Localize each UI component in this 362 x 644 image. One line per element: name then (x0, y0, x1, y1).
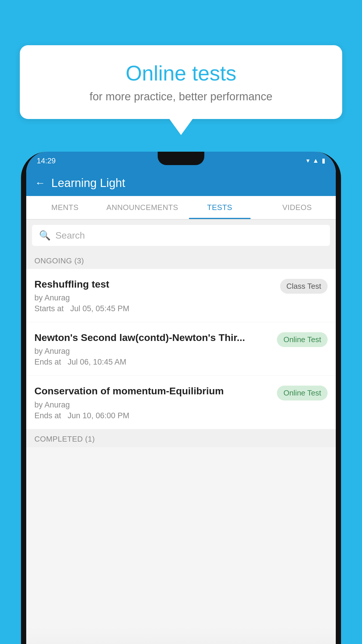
battery-icon: ▮ (322, 157, 325, 164)
completed-section-header: COMPLETED (1) (26, 429, 336, 447)
status-icons: ▾ ▲ ▮ (306, 157, 325, 164)
search-placeholder: Search (55, 230, 85, 241)
tab-ments[interactable]: MENTS (26, 196, 104, 219)
test-list: Reshuffling test by Anurag Starts at Jul… (26, 269, 336, 429)
test-info-2: Newton's Second law(contd)-Newton's Thir… (34, 331, 272, 367)
speech-bubble: Online tests for more practice, better p… (20, 45, 342, 119)
phone-notch (158, 152, 204, 165)
tab-tests[interactable]: TESTS (181, 196, 259, 219)
test-item-2[interactable]: Newton's Second law(contd)-Newton's Thir… (26, 322, 336, 376)
test-name-3: Conservation of momentum-Equilibrium (34, 384, 272, 397)
test-info-1: Reshuffling test by Anurag Starts at Jul… (34, 278, 275, 313)
bottom-fade (26, 626, 336, 644)
test-date-3: Ends at Jun 10, 06:00 PM (34, 411, 272, 420)
test-item-3[interactable]: Conservation of momentum-Equilibrium by … (26, 376, 336, 429)
test-date-1: Starts at Jul 05, 05:45 PM (34, 304, 275, 313)
test-author-3: by Anurag (34, 400, 272, 410)
search-box[interactable]: 🔍 Search (32, 225, 330, 246)
test-name-1: Reshuffling test (34, 278, 275, 290)
test-badge-1: Class Test (280, 279, 328, 294)
app-bar: ← Learning Light (26, 170, 336, 196)
tab-announcements[interactable]: ANNOUNCEMENTS (104, 196, 181, 219)
signal-icon: ▲ (312, 157, 319, 164)
back-button[interactable]: ← (35, 177, 45, 189)
test-date-2: Ends at Jul 06, 10:45 AM (34, 358, 272, 367)
search-icon: 🔍 (39, 230, 51, 241)
tabs-bar: MENTS ANNOUNCEMENTS TESTS VIDEOS (26, 196, 336, 220)
app-bar-title: Learning Light (51, 176, 125, 190)
test-badge-3: Online Test (277, 386, 328, 400)
test-author-2: by Anurag (34, 347, 272, 356)
test-item-1[interactable]: Reshuffling test by Anurag Starts at Jul… (26, 269, 336, 322)
wifi-icon: ▾ (306, 157, 310, 164)
search-container: 🔍 Search (26, 220, 336, 251)
ongoing-section-header: ONGOING (3) (26, 251, 336, 269)
test-author-1: by Anurag (34, 293, 275, 302)
test-info-3: Conservation of momentum-Equilibrium by … (34, 384, 272, 420)
test-badge-2: Online Test (277, 332, 328, 347)
phone-frame: 14:29 ▾ ▲ ▮ ← Learning Light MENTS ANNOU… (21, 152, 341, 644)
phone-screen: 14:29 ▾ ▲ ▮ ← Learning Light MENTS ANNOU… (26, 152, 336, 644)
tab-videos[interactable]: VIDEOS (259, 196, 336, 219)
status-time: 14:29 (37, 156, 56, 165)
bubble-subtitle: for more practice, better performance (37, 90, 325, 103)
test-name-2: Newton's Second law(contd)-Newton's Thir… (34, 331, 272, 344)
bubble-title: Online tests (37, 61, 325, 85)
